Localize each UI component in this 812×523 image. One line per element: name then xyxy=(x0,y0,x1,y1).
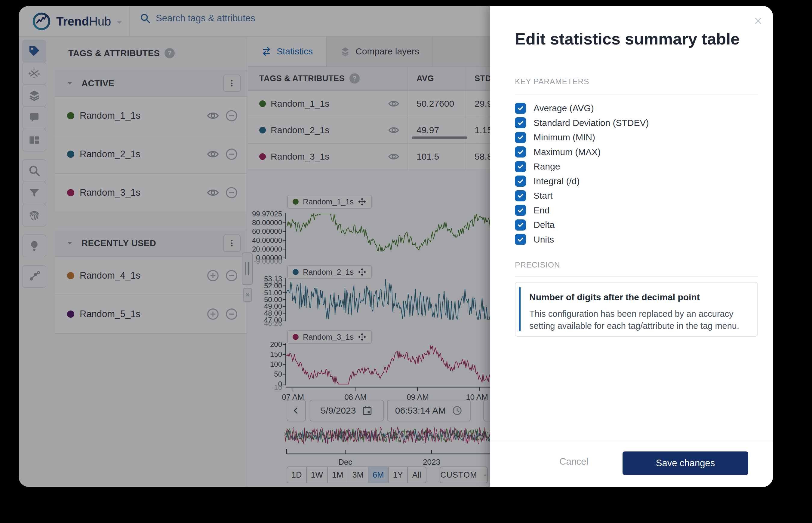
key-parameters-list: Average (AVG) Standard Deviation (STDEV) xyxy=(515,101,649,247)
checkbox-row[interactable]: End xyxy=(515,203,649,218)
check-icon xyxy=(517,105,524,112)
check-icon xyxy=(517,192,524,199)
checkbox-row[interactable]: Integral (/d) xyxy=(515,174,649,189)
key-parameters-label: KEY PARAMETERS xyxy=(515,77,589,86)
checkbox-checked[interactable] xyxy=(515,117,526,128)
app-window: TrendHub +÷×− xyxy=(19,6,773,487)
check-icon xyxy=(517,148,524,156)
checkbox-row[interactable]: Units xyxy=(515,232,649,247)
checkbox-row[interactable]: Average (AVG) xyxy=(515,101,649,116)
checkbox-checked[interactable] xyxy=(515,146,526,158)
checkbox-checked[interactable] xyxy=(515,190,526,201)
checkbox-checked[interactable] xyxy=(515,176,526,187)
close-icon[interactable]: × xyxy=(754,13,762,29)
checkbox-row[interactable]: Standard Deviation (STDEV) xyxy=(515,116,649,130)
check-icon xyxy=(517,119,524,127)
checkbox-checked[interactable] xyxy=(515,132,526,143)
checkbox-checked[interactable] xyxy=(515,161,526,172)
checkbox-checked[interactable] xyxy=(515,234,526,245)
check-icon xyxy=(517,207,524,214)
check-icon xyxy=(517,221,524,229)
cancel-button[interactable]: Cancel xyxy=(559,456,588,467)
check-icon xyxy=(517,134,524,141)
precision-label: PRECISION xyxy=(515,260,560,270)
save-changes-button[interactable]: Save changes xyxy=(622,451,748,475)
check-icon xyxy=(517,236,524,243)
checkbox-checked[interactable] xyxy=(515,219,526,231)
check-icon xyxy=(517,178,524,185)
checkbox-checked[interactable] xyxy=(515,103,526,114)
checkbox-checked[interactable] xyxy=(515,205,526,216)
modal-backdrop[interactable] xyxy=(19,6,490,487)
checkbox-row[interactable]: Maximum (MAX) xyxy=(515,145,649,160)
checkbox-row[interactable]: Delta xyxy=(515,218,649,232)
edit-statistics-modal: × Edit statistics summary table KEY PARA… xyxy=(490,6,773,487)
modal-title: Edit statistics summary table xyxy=(515,30,740,48)
precision-info-card: Number of digits after the decimal point… xyxy=(515,282,758,337)
info-accent-bar xyxy=(519,287,520,331)
checkbox-row[interactable]: Start xyxy=(515,188,649,203)
check-icon xyxy=(517,163,524,170)
checkbox-row[interactable]: Minimum (MIN) xyxy=(515,130,649,145)
checkbox-row[interactable]: Range xyxy=(515,159,649,174)
